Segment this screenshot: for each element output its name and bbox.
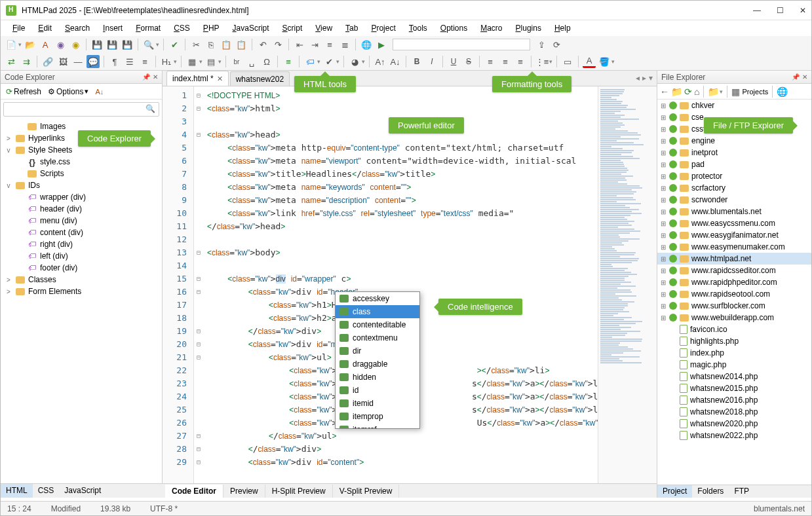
autocomplete-item[interactable]: id (336, 384, 419, 397)
file-item[interactable]: ⊞engine (657, 135, 811, 147)
menu-help[interactable]: Help (549, 22, 576, 35)
reformat-icon[interactable]: ≣ (338, 38, 351, 51)
menu-script[interactable]: Script (277, 22, 308, 35)
cut-icon[interactable]: ✂ (189, 38, 203, 51)
autocomplete-item[interactable]: class (336, 305, 419, 318)
menu-php[interactable]: PHP (198, 22, 225, 35)
br-icon[interactable]: br (230, 55, 243, 68)
projects-label[interactable]: Projects (742, 88, 768, 96)
autocomplete-item[interactable]: accesskey (336, 292, 419, 305)
paste-icon[interactable]: 📋 (220, 38, 233, 51)
tab-next-icon[interactable]: ▸ (642, 73, 646, 83)
omega-icon[interactable]: Ω (260, 55, 273, 68)
projects-icon[interactable]: ▦ (731, 86, 740, 97)
fold-gutter[interactable]: ⊟⊟⊟⊟⊟⊟⊟⊟⊟⊟⊟⊟ (194, 89, 203, 469)
options-button[interactable]: ⚙ Options ▾ (45, 86, 91, 98)
indent-icon[interactable]: ⇥ (308, 38, 321, 51)
pin-icon[interactable]: 📌 (142, 73, 150, 81)
file-item[interactable]: ⊞www.easycssmenu.com (657, 217, 811, 229)
tag-icon[interactable]: ⇄ (5, 55, 18, 68)
menu-tools[interactable]: Tools (404, 22, 433, 35)
tree-item[interactable]: 🏷content (div) (1, 227, 162, 238)
tab-prev-icon[interactable]: ◂ (636, 73, 640, 83)
undo-icon[interactable]: ↶ (256, 38, 269, 51)
align-center-icon[interactable]: ≡ (499, 55, 512, 68)
color-icon[interactable]: ◕ (348, 55, 361, 68)
ul-icon[interactable]: ☰ (123, 55, 136, 68)
tree-item[interactable]: 🏷wrapper (div) (1, 191, 162, 203)
lang-tab[interactable]: HTML (1, 484, 33, 498)
menu-macro[interactable]: Macro (475, 22, 507, 35)
search-input[interactable] (3, 102, 159, 117)
fe-tab[interactable]: FTP (729, 485, 754, 498)
open-icon[interactable]: 📂 (24, 38, 37, 51)
autocomplete-popup[interactable]: accesskeyclasscontenteditablecontextmenu… (335, 291, 420, 429)
strike-icon[interactable]: S (462, 55, 475, 68)
pin-icon[interactable]: 📌 (792, 73, 800, 81)
lang-tab[interactable]: JavaScript (59, 484, 106, 498)
tab-menu-icon[interactable]: ▾ (649, 73, 653, 83)
refresh-button[interactable]: ⟳ Refresh (3, 86, 44, 98)
ol-icon[interactable]: ≡ (138, 55, 151, 68)
align-right-icon[interactable]: ≡ (514, 55, 527, 68)
mode-tab[interactable]: H-Split Preview (265, 485, 333, 498)
file-item[interactable]: ⊞scrwonder (657, 194, 811, 206)
menu-javascript[interactable]: JavaScript (227, 22, 275, 35)
tree-item[interactable]: 🏷header (div) (1, 203, 162, 215)
validate-icon[interactable]: ✔ (322, 55, 336, 68)
menu-file[interactable]: File (7, 22, 30, 35)
minimize-button[interactable]: — (753, 6, 761, 15)
underline-icon[interactable]: U (447, 55, 460, 68)
tree-item[interactable]: vIDs (1, 179, 162, 191)
menu-project[interactable]: Project (366, 22, 400, 35)
text-color-icon[interactable]: A (583, 55, 596, 68)
file-item[interactable]: ⊞www.rapidcsseditor.com (657, 265, 811, 276)
preview-icon[interactable]: ▶ (375, 38, 388, 51)
file-tab[interactable]: index.html *✕ (166, 71, 229, 86)
menu-insert[interactable]: Insert (98, 22, 128, 35)
autocomplete-item[interactable]: itemid (336, 397, 419, 410)
close-button[interactable]: ✕ (800, 6, 806, 15)
upload-icon[interactable]: ⇪ (535, 38, 548, 51)
lang-tab[interactable]: CSS (33, 484, 60, 498)
autocomplete-item[interactable]: contenteditable (336, 318, 419, 331)
file-item[interactable]: ⊞www.webuilderapp.com (657, 312, 811, 323)
file-item[interactable]: favicon.ico (657, 323, 811, 335)
maximize-button[interactable]: ☐ (777, 6, 784, 15)
home-icon[interactable]: ⌂ (694, 86, 699, 97)
menu-plugins[interactable]: Plugins (511, 22, 547, 35)
list-icon[interactable]: ⋮≡ (535, 55, 549, 68)
font-minus-icon[interactable]: A↓ (389, 55, 402, 68)
globe-icon[interactable]: 🌐 (777, 86, 788, 97)
file-tab[interactable]: whatsnew202 (230, 71, 290, 86)
hr-icon[interactable]: — (71, 55, 85, 68)
font-plus-icon[interactable]: A↑ (374, 55, 387, 68)
clipboard-icon[interactable]: 📋 (235, 38, 248, 51)
file-item[interactable]: whatsnew2022.php (657, 430, 811, 441)
form-icon[interactable]: ▤ (204, 55, 218, 68)
file-item[interactable]: whatsnew2015.php (657, 382, 811, 394)
file-item[interactable]: ⊞www.easymenumaker.com (657, 241, 811, 253)
file-item[interactable]: ⊞www.blumentals.net (657, 206, 811, 217)
file-item[interactable]: ⊞www.easygifanimator.net (657, 229, 811, 241)
file-tree[interactable]: ⊞chkver⊞cse⊞csstool⊞engine⊞inetprot⊞pad⊞… (657, 100, 811, 485)
format-icon[interactable]: ≡ (323, 38, 336, 51)
tree-item[interactable]: 🏷left (div) (1, 250, 162, 262)
image-icon[interactable]: 🖼 (56, 55, 69, 68)
save-icon[interactable]: 💾 (90, 38, 104, 51)
file-item[interactable]: whatsnew2014.php (657, 371, 811, 382)
bg-color-icon[interactable]: 🪣 (598, 55, 611, 68)
file-item[interactable]: highlights.php (657, 335, 811, 347)
menu-search[interactable]: Search (60, 22, 95, 35)
nav-up-icon[interactable]: 📁 (671, 86, 682, 97)
autocomplete-item[interactable]: dir (336, 344, 419, 358)
tree-item[interactable]: >Form Elements (1, 286, 162, 297)
menu-edit[interactable]: Edit (33, 22, 57, 35)
file-item[interactable]: ⊞inetprot (657, 147, 811, 158)
comment-icon[interactable]: 💬 (87, 55, 100, 68)
redo-icon[interactable]: ↷ (271, 38, 284, 51)
nav-back-icon[interactable]: ← (660, 86, 669, 97)
html-icon[interactable]: A (39, 38, 52, 51)
search-icon[interactable]: 🔍 (142, 38, 155, 51)
mode-tab[interactable]: Code Editor (165, 485, 223, 498)
